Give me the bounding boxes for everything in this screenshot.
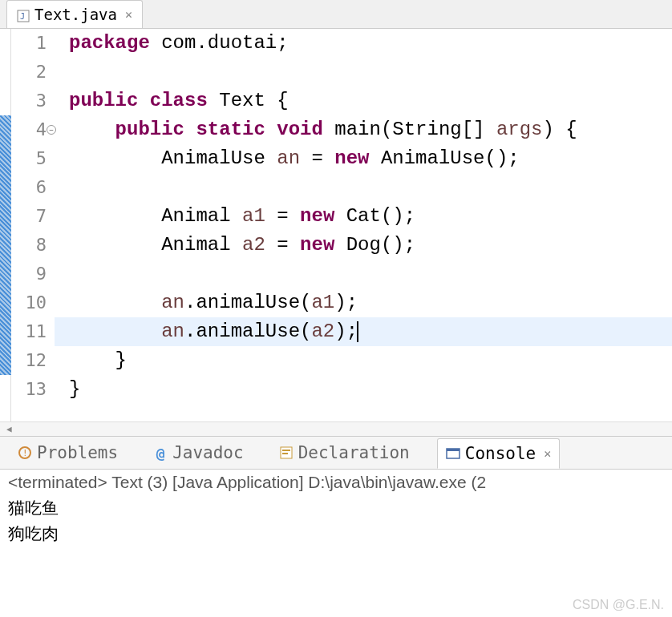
code-line[interactable]: public class Text { (69, 87, 672, 115)
line-number: 1 (11, 29, 47, 58)
line-number: 7 (11, 202, 47, 231)
svg-rect-6 (282, 453, 288, 454)
code-line[interactable]: } (69, 375, 672, 404)
scroll-left-arrow[interactable]: ◀ (6, 424, 12, 434)
file-tab-label: Text.java (34, 6, 117, 23)
line-number: 3 (11, 87, 47, 115)
tab-problems[interactable]: ! Problems (10, 438, 126, 467)
code-editor[interactable]: 1234−5678910111213 package com.duotai;pu… (0, 29, 672, 421)
line-number: 9 (11, 260, 47, 288)
line-number: 10 (11, 288, 47, 317)
line-number: 8 (11, 231, 47, 260)
tab-label: Problems (37, 443, 118, 462)
change-marker (0, 115, 11, 375)
console-status-line: <terminated> Text (3) [Java Application]… (8, 473, 664, 492)
console-output-line: 猫吃鱼 (8, 495, 664, 521)
line-number: 13 (11, 375, 47, 404)
tab-label: Console (465, 444, 536, 463)
tab-label: Declaration (298, 443, 410, 462)
console-view: <terminated> Text (3) [Java Application]… (0, 470, 672, 550)
tab-label: Javadoc (172, 443, 244, 462)
problems-icon: ! (18, 446, 32, 460)
close-view-icon[interactable]: ✕ (544, 446, 551, 461)
text-cursor (357, 321, 358, 342)
code-line[interactable]: public static void main(String[] args) { (69, 115, 672, 144)
svg-text:!: ! (22, 448, 28, 458)
line-number: 6 (11, 173, 47, 202)
console-output[interactable]: 猫吃鱼狗吃肉 (8, 495, 664, 546)
editor-tab-bar: J Text.java ✕ (0, 0, 672, 29)
watermark-text: CSDN @G.E.N. (573, 598, 664, 612)
code-line[interactable]: AnimalUse an = new AnimalUse(); (69, 144, 672, 173)
declaration-icon (279, 446, 293, 460)
svg-rect-5 (282, 450, 290, 451)
line-number: 11 (11, 317, 47, 346)
line-number-gutter: 1234−5678910111213 (11, 29, 55, 421)
svg-rect-8 (447, 449, 459, 451)
close-tab-icon[interactable]: ✕ (125, 7, 132, 22)
tab-javadoc[interactable]: @ Javadoc (145, 438, 252, 467)
horizontal-scrollbar[interactable]: ◀ (0, 421, 672, 436)
line-number: 12 (11, 346, 47, 375)
java-file-icon: J (17, 8, 30, 21)
file-tab-text-java[interactable]: J Text.java ✕ (6, 0, 143, 28)
code-line[interactable] (69, 260, 672, 288)
tab-console[interactable]: Console ✕ (437, 438, 561, 469)
console-icon (446, 446, 460, 461)
svg-text:J: J (20, 12, 25, 21)
code-line[interactable]: an.animalUse(a1); (69, 288, 672, 317)
code-line[interactable] (69, 58, 672, 87)
code-line[interactable]: Animal a2 = new Dog(); (69, 231, 672, 260)
console-output-line: 狗吃肉 (8, 521, 664, 546)
code-line[interactable] (69, 173, 672, 202)
line-number: 4− (11, 115, 47, 144)
marker-column (0, 29, 11, 421)
code-line[interactable]: Animal a1 = new Cat(); (69, 202, 672, 231)
code-area[interactable]: package com.duotai;public class Text { p… (55, 29, 672, 421)
tab-declaration[interactable]: Declaration (271, 438, 418, 467)
line-number: 2 (11, 58, 47, 87)
code-line[interactable]: package com.duotai; (69, 29, 672, 58)
javadoc-icon: @ (153, 446, 168, 460)
line-number: 5 (11, 144, 47, 173)
bottom-views-tabbar: ! Problems @ Javadoc Declaration Console… (0, 436, 672, 470)
code-line[interactable]: } (69, 346, 672, 375)
